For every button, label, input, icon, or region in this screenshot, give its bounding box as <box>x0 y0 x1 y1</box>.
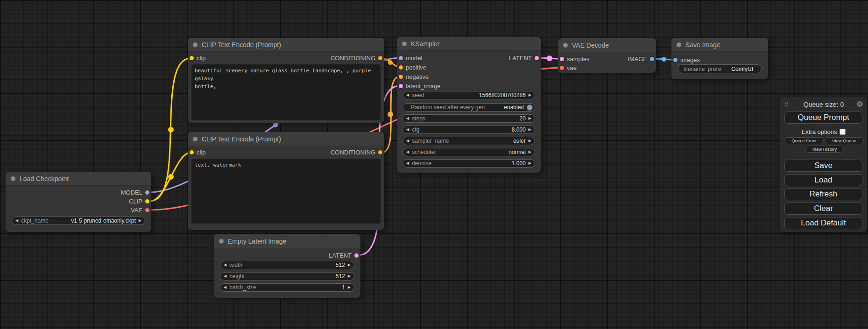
ckpt-name-widget[interactable]: ◀ ckpt_name v1-5-pruned-emaonly.ckpt ▶ <box>12 217 145 225</box>
samples-input-dot[interactable] <box>560 57 564 61</box>
negative-prompt-textarea[interactable]: text, watermark <box>191 159 381 224</box>
prev-arrow-icon[interactable]: ◀ <box>224 272 226 280</box>
collapse-dot-icon[interactable] <box>402 42 407 46</box>
node-clip-text-encode-negative[interactable]: CLIP Text Encode (Prompt) clip CONDITION… <box>188 132 384 230</box>
node-title-bar[interactable]: CLIP Text Encode (Prompt) <box>188 132 384 146</box>
node-vae-decode[interactable]: VAE Decode samples vae IMAGE <box>558 38 656 73</box>
view-queue-button[interactable]: View Queue <box>825 137 864 144</box>
collapse-dot-icon[interactable] <box>563 43 568 48</box>
random-seed-widget[interactable]: Random seed after every gen enabled <box>402 103 535 112</box>
next-arrow-icon[interactable]: ▶ <box>139 217 141 225</box>
model-input-dot[interactable] <box>399 56 403 60</box>
image-output-dot[interactable] <box>650 57 654 61</box>
conditioning-output-dot[interactable] <box>378 150 382 154</box>
collapse-dot-icon[interactable] <box>193 137 198 141</box>
collapse-dot-icon[interactable] <box>193 42 198 47</box>
latent-output-dot[interactable] <box>354 253 359 258</box>
node-title-bar[interactable]: CLIP Text Encode (Prompt) <box>188 38 384 52</box>
next-arrow-icon[interactable]: ▶ <box>348 283 351 292</box>
toggle-dot-icon[interactable] <box>527 105 533 111</box>
node-save-image[interactable]: Save Image images filename_prefix ComfyU… <box>671 38 768 79</box>
settings-gear-icon[interactable]: ⚙ <box>856 99 863 109</box>
width-widget[interactable]: ◀ width 512 ▶ <box>220 261 354 269</box>
positive-input-dot[interactable] <box>399 65 403 70</box>
seed-widget[interactable]: ◀ seed 156680208700286 ▶ <box>402 91 535 99</box>
next-arrow-icon[interactable]: ▶ <box>348 261 351 269</box>
steps-widget[interactable]: ◀ steps 20 ▶ <box>402 114 535 123</box>
denoise-widget[interactable]: ◀ denoise 1.000 ▶ <box>402 159 535 168</box>
latent-output-dot[interactable] <box>535 56 539 60</box>
latent-input-dot[interactable] <box>399 84 403 88</box>
cfg-widget[interactable]: ◀ cfg 8.000 ▶ <box>402 126 535 134</box>
node-load-checkpoint[interactable]: Load Checkpoint MODEL CLIP VAE ◀ ckpt_na… <box>6 172 151 232</box>
clip-output-dot[interactable] <box>145 199 149 203</box>
positive-prompt-textarea[interactable]: beautiful scenery nature glass bottle la… <box>191 64 381 120</box>
batch-size-widget[interactable]: ◀ batch_size 1 ▶ <box>220 283 354 292</box>
next-arrow-icon[interactable]: ▶ <box>529 91 531 99</box>
height-widget[interactable]: ◀ height 512 ▶ <box>220 272 354 280</box>
collapse-dot-icon[interactable] <box>11 176 15 181</box>
node-title-bar[interactable]: VAE Decode <box>558 38 656 52</box>
collapse-dot-icon[interactable] <box>219 239 224 244</box>
output-label: IMAGE <box>628 56 647 63</box>
next-arrow-icon[interactable]: ▶ <box>529 148 531 156</box>
node-title: KSampler <box>411 40 439 48</box>
images-input-dot[interactable] <box>673 58 677 62</box>
prev-arrow-icon[interactable]: ◀ <box>406 91 409 99</box>
model-output-dot[interactable] <box>145 190 149 195</box>
next-arrow-icon[interactable]: ▶ <box>529 159 531 168</box>
node-clip-text-encode-positive[interactable]: CLIP Text Encode (Prompt) clip CONDITION… <box>188 38 384 123</box>
extra-options-checkbox[interactable] <box>840 129 846 135</box>
prev-arrow-icon[interactable]: ◀ <box>406 137 409 145</box>
prev-arrow-icon[interactable]: ◀ <box>406 148 409 156</box>
vae-output-dot[interactable] <box>145 208 149 212</box>
next-arrow-icon[interactable]: ▶ <box>529 126 531 134</box>
next-arrow-icon[interactable]: ▶ <box>529 137 531 145</box>
node-ksampler[interactable]: KSampler model positive negative latent_… <box>397 37 541 173</box>
scheduler-widget[interactable]: ◀ scheduler normal ▶ <box>402 148 535 156</box>
queue-prompt-button[interactable]: Queue Prompt <box>784 112 862 124</box>
clear-button[interactable]: Clear <box>784 203 862 215</box>
output-slot-image: IMAGE <box>628 55 654 63</box>
prev-arrow-icon[interactable]: ◀ <box>15 217 18 225</box>
load-button[interactable]: Load <box>784 174 862 186</box>
refresh-button[interactable]: Refresh <box>784 188 862 200</box>
input-slot-negative: negative <box>399 72 429 81</box>
vae-input-dot[interactable] <box>560 66 564 70</box>
next-arrow-icon[interactable]: ▶ <box>348 272 351 280</box>
widget-label: batch_size <box>229 284 256 291</box>
prev-arrow-icon[interactable]: ◀ <box>406 114 409 123</box>
output-label: LATENT <box>509 55 532 62</box>
node-title-bar[interactable]: KSampler <box>397 37 541 51</box>
node-title-bar[interactable]: Save Image <box>671 38 768 52</box>
widget-value: v1-5-pruned-emaonly.ckpt <box>71 217 136 224</box>
widget-label: sampler_name <box>412 138 449 144</box>
prev-arrow-icon[interactable]: ◀ <box>224 261 226 269</box>
node-title: VAE Decode <box>572 42 609 49</box>
conditioning-output-dot[interactable] <box>378 56 382 60</box>
filename-prefix-widget[interactable]: filename_prefix ComfyUI <box>678 64 762 73</box>
prev-arrow-icon[interactable]: ◀ <box>406 159 409 168</box>
prev-arrow-icon[interactable]: ◀ <box>406 126 409 134</box>
save-button[interactable]: Save <box>784 160 862 172</box>
next-arrow-icon[interactable]: ▶ <box>529 114 531 123</box>
output-label: LATENT <box>329 252 352 259</box>
clip-input-dot[interactable] <box>190 150 194 154</box>
node-title: Load Checkpoint <box>20 175 69 182</box>
clip-input-dot[interactable] <box>190 56 194 60</box>
negative-input-dot[interactable] <box>399 75 403 79</box>
widget-value: 512 <box>336 273 345 280</box>
prev-arrow-icon[interactable]: ◀ <box>224 283 226 292</box>
view-history-button[interactable]: View History <box>805 146 844 153</box>
node-title-bar[interactable]: Empty Latent Image <box>214 234 360 248</box>
node-title-bar[interactable]: Load Checkpoint <box>6 172 151 186</box>
sampler-name-widget[interactable]: ◀ sampler_name euler ▶ <box>402 137 535 145</box>
widget-value: 20 <box>519 115 525 122</box>
link-dot-clip-positive <box>168 127 174 133</box>
collapse-dot-icon[interactable] <box>677 42 681 47</box>
load-default-button[interactable]: Load Default <box>784 217 862 229</box>
node-empty-latent-image[interactable]: Empty Latent Image LATENT ◀ width 512 ▶ … <box>214 234 360 298</box>
link-dot-model <box>273 123 278 127</box>
widget-label: height <box>229 273 245 280</box>
queue-front-button[interactable]: Queue Front <box>784 137 824 144</box>
